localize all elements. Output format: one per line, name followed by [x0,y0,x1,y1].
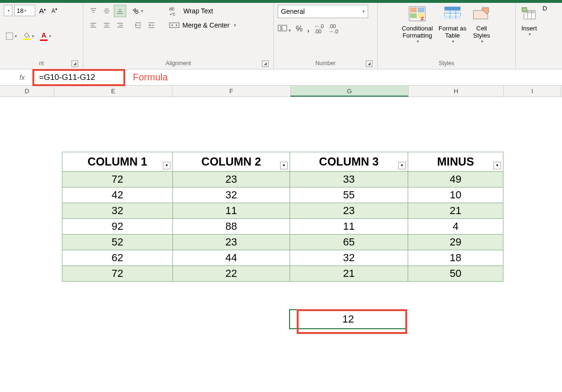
table-cell[interactable]: 4 [408,219,503,235]
table-cell[interactable]: 92 [62,219,173,235]
wrap-text-button[interactable]: ab⤶c Wrap Text [166,5,239,17]
table-row: 72233349 [62,172,503,187]
svg-rect-0 [6,33,13,39]
font-dialog-launcher[interactable]: ◢ [71,60,78,67]
table-header[interactable]: COLUMN 1▾ [62,152,173,172]
filter-button[interactable]: ▾ [398,162,406,169]
table-cell[interactable]: 72 [62,266,173,282]
table-cell[interactable]: 88 [173,219,290,235]
svg-text:$: $ [280,26,283,31]
table-cell[interactable]: 50 [408,266,503,282]
format-as-table-icon [443,5,462,23]
border-dropdown[interactable]: ▾ [4,31,19,41]
font-size-dropdown[interactable]: 18 ▾ [14,5,35,16]
align-middle-button[interactable] [100,5,113,17]
table-header-row: COLUMN 1▾ COLUMN 2▾ COLUMN 3▾ MINUS▾ [62,152,503,172]
align-left-button[interactable] [87,19,100,31]
table-cell[interactable]: 18 [408,250,503,266]
decrease-indent-button[interactable] [132,19,144,31]
selected-cell[interactable]: 12 [289,309,407,329]
filter-button[interactable]: ▾ [280,162,288,169]
table-cell[interactable]: 11 [290,219,408,235]
table-cell[interactable]: 49 [408,172,503,187]
filter-button[interactable]: ▾ [493,162,501,169]
table-cell[interactable]: 23 [173,235,290,250]
decrease-decimal-button[interactable]: .00→.0 [329,24,338,34]
table-row: 52236529 [62,235,503,250]
svg-text:≠: ≠ [421,15,424,22]
selected-cell-value: 12 [342,313,354,325]
conditional-formatting-icon: ≠ [408,5,427,23]
col-header-g[interactable]: G [291,86,409,97]
table-cell[interactable]: 65 [290,235,408,250]
conditional-formatting-button[interactable]: ≠ Conditional Formatting▾ [402,5,433,44]
formula-bar: fx =G10-G11-G12 Formula [0,69,562,86]
table-header[interactable]: COLUMN 2▾ [173,152,290,172]
alignment-dialog-launcher[interactable]: ◢ [262,60,269,67]
table-cell[interactable]: 23 [173,172,290,187]
decrease-font-icon[interactable]: A▾ [50,6,59,15]
merge-center-button[interactable]: Merge & Center ▾ [166,20,239,30]
alignment-group-label: Alignment ◢ [87,59,270,68]
styles-group: ≠ Conditional Formatting▾ Format as Tabl… [378,3,516,69]
percent-format-button[interactable]: % [296,25,302,33]
table-cell[interactable]: 32 [62,203,173,219]
table-cell[interactable]: 32 [173,187,290,203]
table-cell[interactable]: 55 [290,187,408,203]
formula-annotation: Formula [133,72,168,83]
svg-rect-30 [418,8,424,12]
table-cell[interactable]: 52 [62,235,173,250]
fx-icon[interactable]: fx [0,74,30,81]
table-cell[interactable]: 32 [290,250,408,266]
col-header-f[interactable]: F [172,86,291,97]
increase-decimal-button[interactable]: ←.0.00 [314,24,324,34]
merge-center-label: Merge & Center [182,21,230,29]
format-as-table-button[interactable]: Format as Table▾ [439,5,467,44]
delete-label: D [542,5,547,12]
align-bottom-button[interactable] [114,5,126,17]
table-cell[interactable]: 33 [290,172,408,187]
number-format-dropdown[interactable]: General ▾ [278,5,368,18]
table-header[interactable]: COLUMN 3▾ [290,152,408,172]
delete-button[interactable]: D [542,5,547,12]
col-header-e[interactable]: E [54,86,172,97]
number-group: General ▾ $▾ % , ←.0.00 .00→.0 Number ◢ [274,3,378,69]
font-color-dropdown[interactable]: A ▾ [38,30,53,42]
accounting-format-button[interactable]: $▾ [278,24,291,34]
insert-label: Insert [522,25,537,32]
cell-styles-label: Cell Styles [473,25,490,39]
align-center-button[interactable] [100,19,113,31]
insert-button[interactable]: Insert ▾ [520,5,539,37]
table-cell[interactable]: 21 [408,203,503,219]
table-cell[interactable]: 62 [62,250,173,266]
svg-rect-34 [444,7,461,10]
table-cell[interactable]: 72 [62,172,173,187]
svg-rect-37 [444,16,461,19]
increase-indent-button[interactable] [145,19,158,31]
table-header[interactable]: MINUS▾ [408,152,503,172]
table-cell[interactable]: 23 [290,203,408,219]
cell-styles-button[interactable]: Cell Styles▾ [472,5,491,44]
col-header-h[interactable]: H [409,86,504,97]
align-top-button[interactable] [87,5,100,17]
table-cell[interactable]: 21 [290,266,408,282]
align-right-button[interactable] [114,19,126,31]
col-header-i[interactable]: I [504,86,561,97]
table-row: 32112321 [62,203,503,219]
table-cell[interactable]: 29 [408,235,503,250]
orientation-button[interactable]: ab▾ [132,5,144,17]
comma-format-button[interactable]: , [307,25,309,33]
fill-color-dropdown[interactable]: ▾ [21,31,36,41]
number-dialog-launcher[interactable]: ◢ [366,60,372,67]
increase-font-icon[interactable]: A▴ [37,6,48,16]
formula-input[interactable]: =G10-G11-G12 [39,73,95,82]
table-cell[interactable]: 10 [408,187,503,203]
filter-button[interactable]: ▾ [163,162,171,169]
wrap-text-icon: ab⤶c [169,6,181,16]
table-cell[interactable]: 22 [173,266,290,282]
table-cell[interactable]: 44 [173,250,290,266]
table-cell[interactable]: 11 [173,203,290,219]
col-header-d[interactable]: D [0,86,54,97]
font-name-dropdown[interactable]: ▾ [4,5,12,16]
table-cell[interactable]: 42 [62,187,173,203]
